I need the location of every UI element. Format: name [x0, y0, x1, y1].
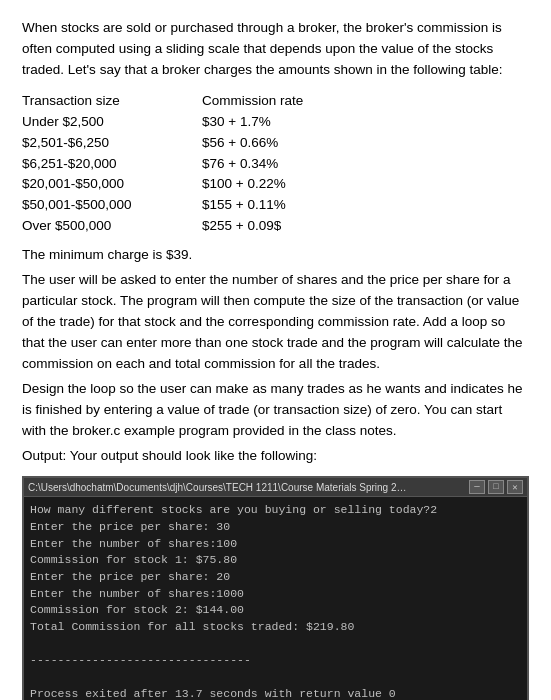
table-row-rate-4: $100 + 0.22%: [202, 174, 362, 195]
terminal-line: Commission for stock 1: $75.80: [30, 553, 237, 566]
terminal-line: How many different stocks are you buying…: [30, 503, 437, 516]
table-row-rate-2: $56 + 0.66%: [202, 133, 362, 154]
terminal-window: C:\Users\dhochatm\Documents\djh\Courses\…: [22, 476, 529, 700]
table-row-size-6: Over $500,000: [22, 216, 202, 237]
terminal-titlebar: C:\Users\dhochatm\Documents\djh\Courses\…: [24, 478, 527, 497]
min-charge-text: The minimum charge is $39.: [22, 245, 529, 266]
terminal-line: Enter the number of shares:1000: [30, 587, 244, 600]
terminal-maximize-button[interactable]: □: [488, 480, 504, 494]
terminal-line: Enter the price per share: 30: [30, 520, 230, 533]
terminal-line: Enter the price per share: 20: [30, 570, 230, 583]
body-paragraph-1: The user will be asked to enter the numb…: [22, 270, 529, 375]
terminal-body: How many different stocks are you buying…: [24, 497, 527, 700]
table-row-size-4: $20,001-$50,000: [22, 174, 202, 195]
terminal-line: Total Commission for all stocks traded: …: [30, 620, 354, 633]
terminal-close-button[interactable]: ✕: [507, 480, 523, 494]
table-row-rate-5: $155 + 0.11%: [202, 195, 362, 216]
table-row-size-1: Under $2,500: [22, 112, 202, 133]
commission-table: Transaction size Under $2,500 $2,501-$6,…: [22, 91, 529, 237]
table-row-rate-1: $30 + 1.7%: [202, 112, 362, 133]
terminal-title: C:\Users\dhochatm\Documents\djh\Courses\…: [28, 482, 408, 493]
table-col-rate: Commission rate $30 + 1.7% $56 + 0.66% $…: [202, 91, 362, 237]
table-row-rate-3: $76 + 0.34%: [202, 154, 362, 175]
terminal-line: Process exited after 13.7 seconds with r…: [30, 687, 396, 700]
body-paragraph-3: Output: Your output should look like the…: [22, 446, 529, 467]
body-paragraph-2: Design the loop so the user can make as …: [22, 379, 529, 442]
table-col-size: Transaction size Under $2,500 $2,501-$6,…: [22, 91, 202, 237]
terminal-line: --------------------------------: [30, 653, 251, 666]
table-row-size-2: $2,501-$6,250: [22, 133, 202, 154]
terminal-line: Commission for stock 2: $144.00: [30, 603, 244, 616]
terminal-minimize-button[interactable]: ─: [469, 480, 485, 494]
table-header-rate: Commission rate: [202, 91, 362, 112]
intro-paragraph: When stocks are sold or purchased throug…: [22, 18, 529, 81]
table-row-size-5: $50,001-$500,000: [22, 195, 202, 216]
table-row-rate-6: $255 + 0.09$: [202, 216, 362, 237]
table-row-size-3: $6,251-$20,000: [22, 154, 202, 175]
terminal-line: Enter the number of shares:100: [30, 537, 237, 550]
table-header-size: Transaction size: [22, 91, 202, 112]
terminal-buttons: ─ □ ✕: [469, 480, 523, 494]
